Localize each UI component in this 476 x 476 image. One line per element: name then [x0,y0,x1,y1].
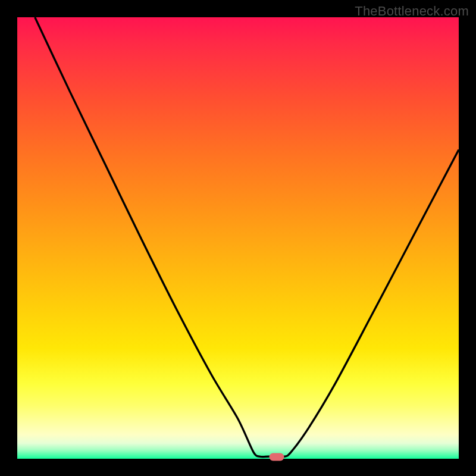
bottleneck-curve [17,17,459,459]
optimal-marker [270,453,284,461]
watermark-text: TheBottleneck.com [355,4,469,19]
plot-area [17,17,459,459]
chart-container: TheBottleneck.com [0,0,476,476]
